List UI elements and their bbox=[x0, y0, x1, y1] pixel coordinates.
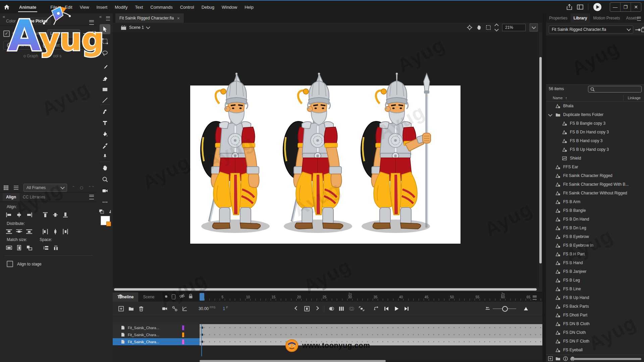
library-search-input[interactable] bbox=[588, 86, 642, 93]
menu-item[interactable]: Animate bbox=[15, 1, 40, 13]
panel-menu-icon[interactable] bbox=[89, 20, 94, 25]
paint-bucket-tool[interactable] bbox=[100, 129, 110, 139]
timeline-horizontal-scrollbar[interactable] bbox=[200, 360, 542, 362]
onion-skin-outline-button[interactable] bbox=[336, 304, 346, 313]
align-top-button[interactable] bbox=[41, 211, 50, 219]
tab-color[interactable]: Color bbox=[3, 17, 19, 25]
timeline-layer-row[interactable]: Fit_Sainik_Chara... bbox=[113, 331, 542, 338]
zoom-level-input[interactable]: 21% bbox=[502, 24, 526, 31]
tab-align[interactable]: Align bbox=[3, 193, 19, 201]
next-keyframe-button[interactable] bbox=[312, 304, 322, 313]
menu-item[interactable]: Window bbox=[218, 1, 241, 13]
library-item-row[interactable]: FS B Janjeer bbox=[546, 267, 644, 276]
overlap-objects-icon[interactable] bbox=[99, 209, 104, 214]
right-panel-tab[interactable]: Motion Presets bbox=[590, 13, 623, 23]
new-folder-button[interactable] bbox=[126, 304, 136, 313]
frame-ruler[interactable]: 1s2s 5101520253035404550556065 bbox=[200, 292, 542, 301]
new-library-panel-icon[interactable] bbox=[641, 27, 644, 32]
library-item-row[interactable]: Fit Sainik Character Rigged bbox=[546, 171, 644, 180]
menu-item[interactable]: Help bbox=[241, 1, 257, 13]
library-item-row[interactable]: FS Back Parts bbox=[546, 302, 644, 311]
create-keyframe-checkbox[interactable]: ✓ bbox=[3, 31, 10, 37]
fill-color-swatch[interactable] bbox=[101, 216, 110, 225]
hide-layers-toggle[interactable] bbox=[179, 294, 185, 299]
distribute-top-button[interactable] bbox=[5, 228, 13, 235]
sort-ascending-icon[interactable]: ↑ bbox=[565, 96, 567, 100]
step-forward-button[interactable] bbox=[401, 304, 412, 313]
library-item-row[interactable]: FFS Ear bbox=[546, 163, 644, 171]
edit-multiple-frames-button[interactable] bbox=[346, 304, 357, 313]
library-item-row[interactable]: FS B Leg bbox=[546, 276, 644, 285]
fps-value[interactable]: 30.00 bbox=[199, 306, 209, 311]
camera-tool[interactable] bbox=[100, 186, 110, 196]
zoom-tool[interactable] bbox=[100, 174, 110, 184]
library-item-row[interactable]: FS B Bangle copy 3 bbox=[546, 119, 644, 128]
library-item-row[interactable]: FS B Dn Leg bbox=[546, 224, 644, 232]
fluid-brush-tool[interactable] bbox=[100, 62, 110, 72]
center-frame-button[interactable] bbox=[357, 304, 367, 313]
library-item-row[interactable]: FS DN F Cloth bbox=[546, 337, 644, 346]
new-layer-button[interactable] bbox=[116, 304, 126, 313]
eyedropper-tool[interactable] bbox=[100, 141, 110, 151]
tab-frame-picker[interactable]: Frame Picker bbox=[19, 17, 51, 25]
play-button[interactable] bbox=[391, 304, 401, 313]
library-item-row[interactable]: FS B Eyebrow bbox=[546, 232, 644, 241]
library-document-dropdown[interactable]: Fit Sainik Rigged Character.fla bbox=[549, 25, 633, 34]
menu-item[interactable]: Commands bbox=[147, 1, 176, 13]
menu-item[interactable]: Control bbox=[176, 1, 198, 13]
right-panel-menu-icon[interactable] bbox=[637, 17, 641, 21]
playhead[interactable] bbox=[200, 293, 204, 301]
warrior-character-2[interactable] bbox=[274, 71, 361, 239]
text-tool[interactable] bbox=[100, 118, 110, 128]
layer-frame-span[interactable] bbox=[200, 338, 542, 346]
free-transform-tool[interactable] bbox=[100, 36, 110, 46]
library-item-row[interactable]: Fit Sainik Character Without Rigged bbox=[546, 189, 644, 197]
loop-dropdown[interactable]: Loop bbox=[47, 29, 80, 38]
lock-layers-toggle[interactable] bbox=[189, 294, 193, 299]
library-item-row[interactable]: FS B H Part bbox=[546, 250, 644, 258]
stage-vertical-scrollbar[interactable] bbox=[539, 32, 542, 288]
selection-tool[interactable] bbox=[100, 24, 110, 34]
rotate-icon[interactable] bbox=[106, 209, 111, 214]
library-item-row[interactable]: Shield bbox=[546, 154, 644, 163]
stage-horizontal-scrollbar[interactable] bbox=[113, 288, 539, 291]
loop-range-icon[interactable]: O bbox=[80, 185, 83, 190]
add-camera-button[interactable] bbox=[160, 304, 170, 313]
all-frames-dropdown[interactable]: All Frames bbox=[23, 184, 67, 192]
align-to-stage-checkbox[interactable] bbox=[7, 261, 13, 267]
layer-depth-button[interactable] bbox=[180, 304, 190, 313]
home-button[interactable] bbox=[0, 1, 13, 13]
collapse-tools-icon[interactable]: « bbox=[99, 14, 102, 19]
timeline-tab[interactable]: Scene bbox=[138, 292, 159, 302]
rotation-hand-icon[interactable] bbox=[476, 25, 482, 30]
library-item-row[interactable]: FS B Line bbox=[546, 285, 644, 293]
menu-item[interactable]: Edit bbox=[61, 1, 76, 13]
distribute-h-center-button[interactable] bbox=[51, 228, 60, 235]
pen-tool[interactable] bbox=[100, 107, 110, 117]
column-name[interactable]: Name bbox=[553, 96, 562, 100]
library-item-row[interactable]: FS B Bangle bbox=[546, 206, 644, 215]
library-item-row[interactable]: FS B Eyebrow In bbox=[546, 241, 644, 250]
space-vertical-button[interactable] bbox=[42, 244, 50, 251]
new-symbol-button[interactable] bbox=[548, 356, 553, 361]
reset-timeline-zoom-button[interactable] bbox=[483, 304, 493, 313]
distribute-left-button[interactable] bbox=[41, 228, 50, 235]
outline-view-toggle[interactable] bbox=[172, 294, 175, 299]
library-item-row[interactable]: FS B Hand copy 3 bbox=[546, 136, 644, 145]
lasso-tool[interactable] bbox=[100, 48, 110, 58]
library-horizontal-scrollbar[interactable] bbox=[570, 358, 641, 360]
insert-keyframe-button[interactable] bbox=[302, 304, 312, 313]
prev-range-icon[interactable]: ⌃ bbox=[72, 185, 75, 190]
scene-chevron-icon[interactable] bbox=[146, 25, 150, 29]
library-item-row[interactable]: FS Dhoti Part bbox=[546, 311, 644, 319]
close-button[interactable]: ✕ bbox=[631, 3, 641, 11]
restore-button[interactable]: ❐ bbox=[620, 3, 631, 11]
library-item-row[interactable]: Duplicate Items Folder bbox=[546, 110, 644, 119]
center-stage-icon[interactable] bbox=[467, 25, 472, 30]
right-panel-tab[interactable]: Properties bbox=[546, 13, 571, 23]
new-folder-button[interactable] bbox=[555, 357, 560, 361]
match-both-button[interactable] bbox=[25, 244, 34, 251]
right-panel-tab[interactable]: Library bbox=[571, 13, 590, 23]
distribute-v-center-button[interactable] bbox=[15, 228, 23, 235]
menu-item[interactable]: Debug bbox=[198, 1, 218, 13]
